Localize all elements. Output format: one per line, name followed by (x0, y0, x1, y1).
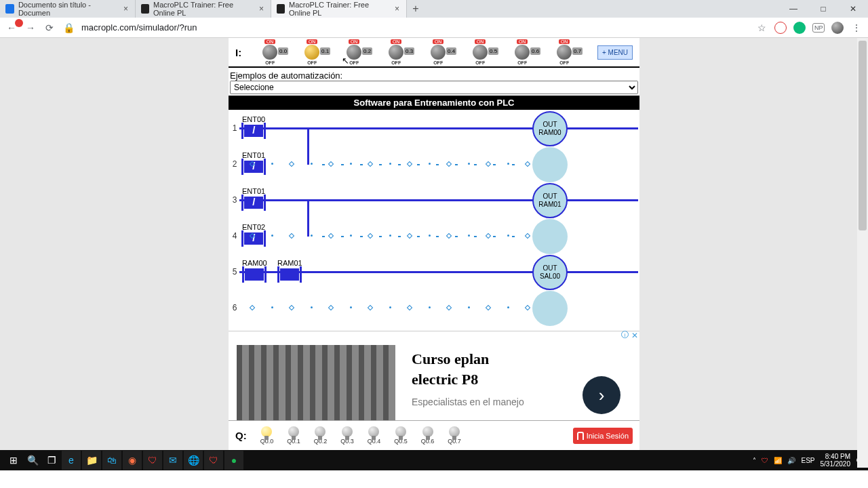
output-bulb-2[interactable]: Q0.2 (314, 426, 328, 445)
rung-4[interactable]: 4ENT02/ (230, 218, 638, 253)
url-text[interactable]: macroplc.com/simulador/?run (81, 22, 197, 33)
rung-1[interactable]: 1ENT00/OUTRAM00 (230, 110, 638, 146)
tab-macroplc-1[interactable]: MacroPLC Trainer: Free Online PL × (136, 0, 271, 18)
ad-info-icon[interactable]: i (621, 331, 629, 338)
input-toggle-1[interactable]: ON0.1OFF (297, 39, 327, 65)
off-label-icon: OFF (381, 60, 411, 65)
chrome-menu-button[interactable]: ⋮ (850, 22, 863, 33)
output-bulb-0[interactable]: Q0.0 (260, 426, 274, 445)
outputs-row: Q: Q0.0Q0.1Q0.2Q0.3Q0.4Q0.5Q0.6Q0.7 Inic… (229, 420, 639, 450)
taskbar-edge-icon[interactable]: e (62, 451, 81, 470)
off-label-icon: OFF (339, 60, 369, 65)
output-bulb-1[interactable]: Q0.1 (287, 426, 300, 445)
nav-reload-button[interactable]: ⟳ (43, 22, 56, 33)
ad-next-button[interactable]: › (583, 376, 620, 414)
contact-symbol-icon (280, 268, 299, 281)
input-toggle-0[interactable]: ON0.0OFF (255, 39, 285, 65)
taskbar-app2-icon[interactable]: 🛡 (204, 451, 223, 470)
contact-RAM00[interactable]: RAM00 (242, 259, 267, 282)
examples-select[interactable]: Seleccione (230, 81, 638, 94)
bookmark-star-icon[interactable]: ☆ (755, 22, 768, 33)
coil-empty[interactable] (532, 147, 568, 182)
close-icon[interactable]: × (259, 4, 264, 14)
tray-wifi-icon[interactable]: 📶 (774, 457, 782, 464)
output-bulb-5[interactable]: Q0.5 (394, 426, 408, 445)
close-icon[interactable]: × (123, 4, 128, 14)
output-bulb-4[interactable]: Q0.4 (368, 426, 381, 445)
on-label-icon: ON (264, 39, 275, 44)
start-button[interactable]: ⊞ (4, 451, 23, 470)
input-toggle-4[interactable]: ON0.4OFF (423, 39, 453, 65)
ad-image[interactable] (237, 345, 395, 424)
rung-2[interactable]: 2ENT01/ (230, 146, 638, 182)
taskbar-mail-icon[interactable]: ✉ (163, 451, 182, 470)
contact-symbol-icon (245, 268, 264, 281)
login-button[interactable]: Inicia Sesión (573, 428, 633, 444)
off-label-icon: OFF (507, 60, 537, 65)
tab-label: MacroPLC Trainer: Free Online PL (289, 1, 388, 17)
rung-6[interactable]: 6 (230, 289, 638, 325)
input-toggle-5[interactable]: ON0.5OFF (465, 39, 495, 65)
window-close-button[interactable]: ✕ (838, 0, 868, 18)
input-toggle-3[interactable]: ON0.3OFF (381, 39, 411, 65)
tray-clock[interactable]: 8:40 PM 5/31/2020 (821, 453, 851, 468)
tab-docs[interactable]: Documento sin título - Documen × (0, 0, 136, 18)
task-view-button[interactable]: ❐ (42, 451, 61, 470)
contact-ENT01[interactable]: ENT01/ (242, 187, 265, 210)
ad-title-2: electric P8 (412, 369, 524, 390)
window-minimize-button[interactable]: — (778, 0, 808, 18)
ext-grammarly-icon[interactable] (793, 22, 806, 34)
output-bulb-7[interactable]: Q0.7 (448, 426, 461, 445)
input-toggle-6[interactable]: ON0.6OFF (507, 39, 537, 65)
rung-3[interactable]: 3ENT01/OUTRAM01 (230, 182, 638, 218)
address-bar: ← → ⟳ 🔒 macroplc.com/simulador/?run ☆ NP… (0, 18, 868, 38)
menu-button[interactable]: + MENU (597, 45, 633, 60)
contact-RAM01[interactable]: RAM01 (277, 259, 302, 282)
tray-volume-icon[interactable]: 🔊 (787, 457, 795, 464)
taskbar-explorer-icon[interactable]: 📁 (82, 451, 101, 470)
tab-macroplc-2[interactable]: MacroPLC Trainer: Free Online PL × (271, 0, 407, 18)
ext-ublock-icon[interactable] (774, 22, 787, 34)
new-tab-button[interactable]: + (407, 3, 425, 15)
tray-language[interactable]: ESP (801, 457, 814, 464)
input-tag: 0.1 (320, 47, 330, 55)
taskbar-spotify-icon[interactable]: ● (224, 451, 243, 470)
off-label-icon: OFF (255, 60, 285, 65)
examples-label: Ejemplos de automatización: (230, 70, 638, 81)
bulb-icon (288, 426, 299, 437)
coil-RAM00[interactable]: OUTRAM00 (532, 111, 568, 146)
window-maximize-button[interactable]: □ (808, 0, 838, 18)
coil-RAM01[interactable]: OUTRAM01 (532, 183, 568, 218)
taskbar-chrome-icon[interactable]: 🌐 (184, 451, 203, 470)
off-label-icon: OFF (465, 60, 495, 65)
input-toggle-7[interactable]: ON0.7OFF (549, 39, 579, 65)
nav-forward-button[interactable]: → (24, 22, 37, 33)
contact-label: ENT01 (242, 151, 265, 159)
browser-tabstrip: Documento sin título - Documen × MacroPL… (0, 0, 868, 18)
ext-np-icon[interactable]: NP (812, 23, 825, 33)
taskbar-mcafee-icon[interactable]: 🛡 (143, 451, 162, 470)
coil-empty[interactable] (532, 219, 568, 254)
off-label-icon: OFF (297, 60, 327, 65)
tray-shield-icon[interactable]: 🛡 (762, 457, 768, 464)
scrollbar[interactable] (857, 38, 868, 468)
scrollbar-thumb[interactable] (859, 41, 867, 230)
taskbar-app1-icon[interactable]: ◉ (123, 451, 142, 470)
ad-close-icon[interactable]: ✕ (631, 331, 638, 340)
rung-number: 6 (230, 303, 239, 312)
profile-avatar-icon[interactable] (831, 22, 844, 34)
coil-empty[interactable] (532, 291, 568, 326)
contact-ENT00[interactable]: ENT00/ (242, 115, 265, 138)
knob-icon: 0.6 (515, 45, 530, 60)
close-icon[interactable]: × (395, 4, 399, 14)
lock-icon (577, 432, 584, 440)
ladder-diagram[interactable]: 1ENT00/OUTRAM002ENT01/3ENT01/OUTRAM014EN… (229, 110, 639, 325)
output-bulb-3[interactable]: Q0.3 (340, 426, 354, 445)
taskbar-store-icon[interactable]: 🛍 (102, 451, 121, 470)
coil-SAL00[interactable]: OUTSAL00 (532, 255, 568, 290)
tray-chevron-up-icon[interactable]: ˄ (753, 457, 756, 464)
rung-5[interactable]: 5RAM00RAM01OUTSAL00 (230, 253, 638, 289)
output-bulb-6[interactable]: Q0.6 (421, 426, 435, 445)
input-toggle-2[interactable]: ON0.2OFF (339, 39, 369, 65)
search-button[interactable]: 🔍 (23, 451, 42, 470)
